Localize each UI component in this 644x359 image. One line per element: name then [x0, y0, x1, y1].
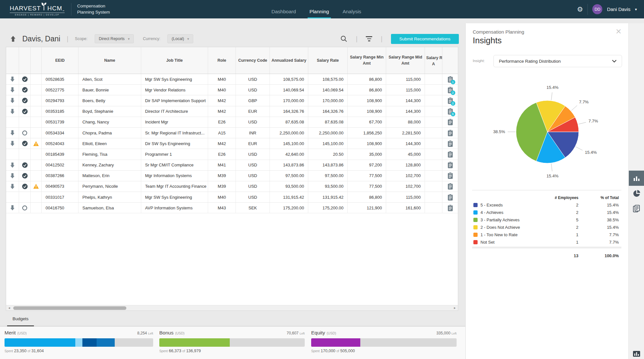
notes-button[interactable] [448, 194, 453, 201]
col-name[interactable]: Name [79, 47, 141, 74]
close-icon[interactable]: × [616, 26, 621, 37]
notes-button[interactable] [448, 151, 453, 158]
tab-budgets[interactable]: Budgets [7, 313, 34, 326]
arrow-cell [6, 117, 19, 127]
user-avatar[interactable]: DD [592, 4, 602, 14]
arrow-down-icon[interactable] [10, 184, 15, 189]
tab-analysis[interactable]: Analysis [343, 0, 361, 18]
rail-bar-chart-icon[interactable] [629, 171, 644, 186]
notes-button[interactable] [448, 130, 453, 136]
status-complete-icon[interactable] [22, 76, 28, 82]
navigate-up-icon[interactable] [10, 36, 16, 42]
table-row[interactable]: 00531739Chang, NancyIncident MgrE26USD87… [6, 117, 458, 128]
rail-reports-icon[interactable] [629, 201, 644, 216]
notes-button[interactable] [448, 162, 453, 168]
rail-pie-chart-icon[interactable] [629, 186, 644, 201]
budget-bonus: Bonus(USD)70,607 LeftSpent 66,373 of 136… [159, 330, 305, 353]
user-menu-chevron-down-icon[interactable]: ▾ [635, 7, 637, 12]
arrow-down-icon[interactable] [10, 109, 15, 114]
arrow-down-icon[interactable] [10, 77, 15, 82]
range-min-cell: 108,900 [348, 138, 386, 149]
arrow-down-icon[interactable] [10, 98, 15, 103]
col-eeid[interactable]: EEID [42, 47, 79, 74]
currency-cell: USD [236, 160, 270, 170]
table-row[interactable]: 00387266Matteson, ErinMgr Information Sy… [6, 171, 458, 181]
col-role[interactable]: Role [208, 47, 236, 74]
warning-cell [31, 138, 42, 149]
budget-progress-bar[interactable] [159, 338, 305, 347]
scope-dropdown[interactable]: Direct Reports▾ [95, 34, 134, 43]
arrow-down-icon[interactable] [10, 130, 15, 135]
legend-row[interactable]: 4 - Achieves215.4% [473, 209, 619, 216]
filter-icon[interactable] [366, 36, 372, 41]
col-salary-rate[interactable]: Salary Rate [308, 47, 348, 74]
table-row[interactable]: 00331017Phelps, KathrynMgr SW Sys Engine… [6, 192, 458, 203]
arrow-down-icon[interactable] [10, 141, 15, 146]
currency-cell: INR [236, 128, 270, 138]
table-row[interactable]: 00490573Perrymann, NicolleTeam Mgr IT Ac… [6, 181, 458, 192]
budget-progress-bar[interactable] [5, 338, 153, 347]
notes-button[interactable]: 2 [448, 97, 453, 104]
scroll-left-icon[interactable]: ◄ [8, 306, 11, 310]
table-row[interactable]: 00412502Kenney, ZacharySr Mgr CM/IT Comp… [6, 160, 458, 171]
status-open-icon[interactable] [22, 206, 27, 210]
table-row[interactable]: 00528635Allen, ScotMgr SW Sys Engineerin… [6, 74, 458, 85]
submit-recommendations-button[interactable]: Submit Recommendations [391, 34, 459, 44]
notes-button[interactable]: 2 [448, 87, 453, 93]
notes-button[interactable] [448, 183, 453, 190]
table-row[interactable]: 00185439Fleming, TisaProgrammer 1E26USD4… [6, 149, 458, 160]
col-salary-range-min[interactable]: Salary Range Min Amt [348, 47, 386, 74]
notes-button[interactable]: 6 [448, 108, 453, 115]
status-complete-icon[interactable] [22, 109, 28, 114]
col-currency-code[interactable]: Currency Code [236, 47, 270, 74]
currency-cell: EUR [236, 138, 270, 149]
horizontal-scrollbar[interactable]: ◄ ► [6, 305, 458, 311]
table-row[interactable]: 00416750Samuelson, ElsaAVP Information S… [6, 203, 458, 213]
scroll-right-icon[interactable]: ► [453, 306, 456, 310]
table-row[interactable]: 00534334Chopra, PadmaSr. Mgr Regional IT… [6, 128, 458, 138]
arrow-down-icon[interactable] [10, 205, 15, 210]
status-complete-icon[interactable] [22, 162, 28, 168]
status-complete-icon[interactable] [22, 98, 28, 103]
rail-chart-board-icon[interactable] [629, 346, 644, 359]
table-row[interactable]: 00522775Bauer, BonnieMgr Vendor Relation… [6, 85, 458, 95]
header-divider: | [67, 35, 69, 43]
notes-button[interactable] [448, 140, 453, 147]
legend-row[interactable]: Not Set17.7% [473, 238, 619, 246]
scrollbar-thumb[interactable] [13, 306, 126, 310]
legend-row[interactable]: 2 - Does Not Achieve215.4% [473, 224, 619, 231]
arrow-down-icon[interactable] [10, 163, 15, 168]
currency-dropdown[interactable]: (Local)▾ [167, 34, 193, 43]
tab-planning[interactable]: Planning [310, 0, 329, 18]
status-open-icon[interactable] [22, 131, 27, 135]
status-complete-icon[interactable] [22, 173, 28, 179]
legend-divider [472, 190, 621, 190]
col-salary-range-mid[interactable]: Salary Range Mid Amt [386, 47, 425, 74]
notes-button[interactable]: 1 [448, 76, 453, 83]
col-salary-range-max-clipped[interactable]: Salary R A [425, 47, 442, 74]
table-row[interactable]: 00294793Boers, BettyDir SAP Implementati… [6, 95, 458, 106]
arrow-down-icon[interactable] [10, 173, 15, 178]
search-icon[interactable] [340, 35, 347, 42]
notes-button[interactable] [448, 172, 453, 179]
budget-progress-bar[interactable] [311, 338, 457, 347]
table-row[interactable]: 00524043Elliott, EileenDir SW Sys Engine… [6, 138, 458, 149]
col-annualized-salary[interactable]: Annualized Salary [270, 47, 308, 74]
table-row[interactable]: 00353185Boyd, StephanieDirector IT Archi… [6, 106, 458, 117]
tab-dashboard[interactable]: Dashboard [271, 0, 296, 18]
arrow-down-icon[interactable] [10, 87, 15, 92]
status-complete-icon[interactable] [22, 141, 28, 146]
notes-button[interactable] [448, 205, 453, 211]
col-job-title[interactable]: Job Title [141, 47, 208, 74]
settings-gear-icon[interactable]: ⚙ [577, 5, 583, 13]
status-complete-icon[interactable] [22, 87, 28, 93]
legend-row[interactable]: 5 - Exceeds215.4% [473, 201, 619, 209]
page-header: Davis, Dani | Scope: Direct Reports▾ Cur… [6, 30, 459, 48]
performance-rating-pie-chart[interactable]: 15.4%15.4%38.5%15.4%7.7%7.7% [475, 85, 621, 180]
legend-row[interactable]: 3 - Partially Achieves538.5% [473, 216, 619, 224]
legend-row[interactable]: 1 - Too New to Rate17.7% [473, 231, 619, 238]
job-title-cell: Sr Mgr CM/IT Compliance [141, 160, 208, 170]
notes-button[interactable] [448, 119, 453, 125]
status-complete-icon[interactable] [22, 184, 28, 189]
insight-select[interactable]: Performance Rating Distribution [493, 55, 622, 67]
